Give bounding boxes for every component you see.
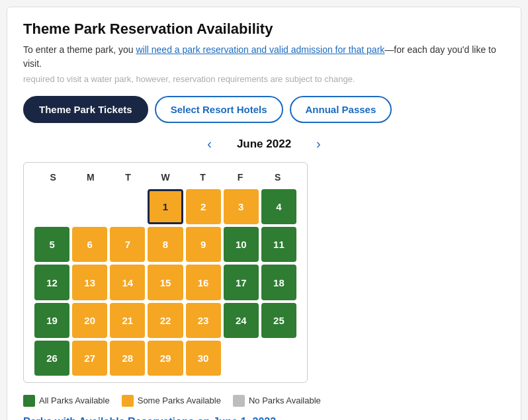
- calendar-cell[interactable]: 1: [148, 189, 183, 224]
- calendar-cell[interactable]: 22: [148, 303, 183, 338]
- calendar-cell[interactable]: 25: [261, 303, 296, 338]
- calendar-day-name: W: [147, 169, 185, 185]
- calendar-day-name: M: [72, 169, 110, 185]
- legend: All Parks AvailableSome Parks AvailableN…: [23, 395, 505, 407]
- legend-item-all-parks: All Parks Available: [23, 395, 110, 407]
- calendar-grid: 1234567891011121314151617181920212223242…: [34, 189, 296, 376]
- desc-bold: will need a park reservation and valid a…: [136, 44, 384, 55]
- legend-label-no-parks: No Parks Available: [249, 396, 321, 405]
- calendar-cell[interactable]: 23: [186, 303, 221, 338]
- calendar-cell[interactable]: 20: [72, 303, 107, 338]
- calendar-cell[interactable]: 30: [186, 341, 221, 376]
- calendar-header: SMTWTFS: [34, 169, 296, 185]
- calendar-cell: [110, 189, 145, 224]
- available-date-bold: June 1, 2022: [213, 416, 276, 420]
- calendar-day-name: T: [109, 169, 147, 185]
- calendar-cell[interactable]: 7: [110, 227, 145, 262]
- calendar-cell[interactable]: 18: [261, 265, 296, 300]
- calendar-cell[interactable]: 21: [110, 303, 145, 338]
- calendar-cell[interactable]: 4: [261, 189, 296, 224]
- calendar-cell[interactable]: 29: [148, 341, 183, 376]
- legend-item-no-parks: No Parks Available: [233, 395, 321, 407]
- calendar-cell[interactable]: 12: [34, 265, 69, 300]
- month-label: June 2022: [237, 138, 291, 151]
- calendar-day-name: F: [222, 169, 259, 185]
- main-card: Theme Park Reservation Availability To e…: [7, 7, 521, 420]
- tab-bar: Theme Park Tickets Select Resort Hotels …: [23, 96, 505, 123]
- legend-box-yellow: [122, 395, 134, 407]
- page-title: Theme Park Reservation Availability: [23, 21, 505, 38]
- tab-select-resort-hotels[interactable]: Select Resort Hotels: [155, 96, 283, 123]
- calendar-cell[interactable]: 15: [148, 265, 183, 300]
- calendar-cell[interactable]: 24: [224, 303, 259, 338]
- calendar-cell[interactable]: 11: [261, 227, 296, 262]
- calendar-cell: [72, 189, 107, 224]
- calendar-cell[interactable]: 19: [34, 303, 69, 338]
- calendar-cell[interactable]: 13: [72, 265, 107, 300]
- prev-month-button[interactable]: ‹: [202, 135, 217, 153]
- calendar-cell: [224, 341, 259, 376]
- next-month-button[interactable]: ›: [311, 135, 326, 153]
- calendar-cell[interactable]: 9: [186, 227, 221, 262]
- calendar-cell[interactable]: 6: [72, 227, 107, 262]
- legend-box-gray: [233, 395, 245, 407]
- calendar-cell[interactable]: 27: [72, 341, 107, 376]
- available-reservations-title: Parks with Available Reservations on Jun…: [23, 416, 505, 420]
- faded-description: required to visit a water park, however,…: [23, 73, 505, 85]
- description: To enter a theme park, you will need a p…: [23, 43, 505, 71]
- calendar-navigation: ‹ June 2022 ›: [23, 135, 505, 153]
- calendar-cell[interactable]: 16: [186, 265, 221, 300]
- tab-annual-passes[interactable]: Annual Passes: [290, 96, 392, 123]
- calendar-day-name: S: [34, 169, 72, 185]
- calendar-cell[interactable]: 8: [148, 227, 183, 262]
- legend-box-green: [23, 395, 35, 407]
- calendar-day-name: T: [184, 169, 222, 185]
- calendar-cell: [34, 189, 69, 224]
- legend-item-some-parks: Some Parks Available: [122, 395, 221, 407]
- calendar-day-name: S: [259, 169, 296, 185]
- calendar: SMTWTFS 12345678910111213141516171819202…: [23, 162, 308, 383]
- calendar-cell: [261, 341, 296, 376]
- calendar-cell[interactable]: 17: [224, 265, 259, 300]
- calendar-cell[interactable]: 5: [34, 227, 69, 262]
- calendar-cell[interactable]: 2: [186, 189, 221, 224]
- desc-part1: To enter a theme park, you: [23, 44, 136, 55]
- calendar-cell[interactable]: 14: [110, 265, 145, 300]
- calendar-cell[interactable]: 28: [110, 341, 145, 376]
- legend-label-some-parks: Some Parks Available: [138, 396, 221, 405]
- tab-theme-park-tickets[interactable]: Theme Park Tickets: [23, 96, 148, 123]
- calendar-cell[interactable]: 26: [34, 341, 69, 376]
- calendar-cell[interactable]: 3: [224, 189, 259, 224]
- available-title-prefix: Parks with Available Reservations on: [23, 416, 213, 420]
- legend-label-all-parks: All Parks Available: [39, 396, 110, 405]
- calendar-cell[interactable]: 10: [224, 227, 259, 262]
